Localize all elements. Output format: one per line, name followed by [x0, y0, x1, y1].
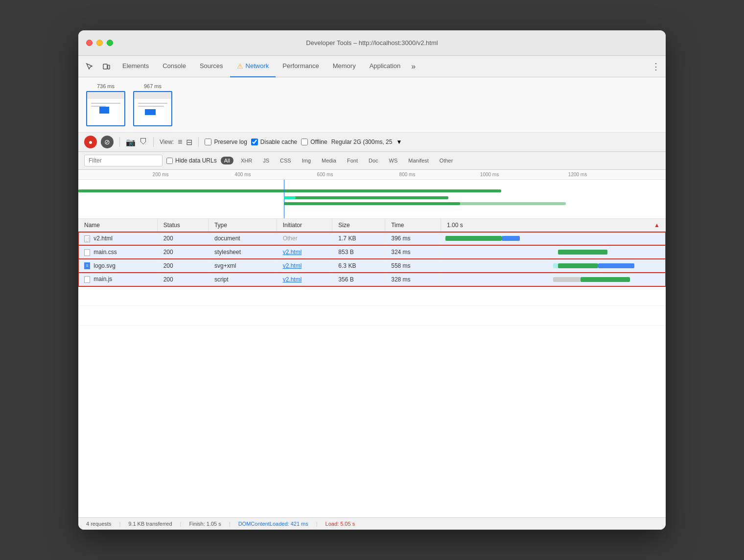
cell-status: 200	[157, 245, 208, 259]
tab-application[interactable]: Application	[363, 56, 408, 77]
cell-status: 200	[157, 232, 208, 246]
col-size[interactable]: Size	[332, 219, 385, 232]
devtools-menu-button[interactable]: ⋮	[650, 61, 662, 72]
offline-toggle[interactable]: Offline	[301, 139, 327, 145]
filter-all-button[interactable]: All	[221, 157, 233, 164]
record-button[interactable]: ●	[84, 136, 97, 148]
tab-memory[interactable]: Memory	[326, 56, 363, 77]
timeline-bars	[78, 180, 666, 219]
maximize-button[interactable]	[107, 40, 113, 46]
filter-other-button[interactable]: Other	[436, 157, 457, 164]
filter-input[interactable]	[84, 155, 163, 166]
col-type[interactable]: Type	[208, 219, 277, 232]
tab-sources[interactable]: Sources	[193, 56, 230, 77]
timeline-bar-resource-1b	[284, 196, 296, 199]
table-row[interactable]: S logo.svg 200 svg+xml v2.html 6.3 KB 55…	[78, 259, 666, 273]
device-toolbar-button[interactable]	[99, 59, 114, 74]
filter-manifest-button[interactable]: Manifest	[405, 157, 432, 164]
tab-console[interactable]: Console	[156, 56, 193, 77]
col-waterfall[interactable]: 1.00 s ▲	[441, 219, 666, 232]
screenshot-item-1[interactable]: 736 ms	[86, 83, 125, 126]
file-svg-icon: S	[84, 262, 90, 269]
clear-button[interactable]: ⊘	[101, 136, 114, 148]
ruler-tick-400: 400 ms	[235, 172, 251, 177]
ruler-tick-600: 600 ms	[317, 172, 333, 177]
col-name[interactable]: Name	[78, 219, 157, 232]
inspect-element-button[interactable]	[82, 59, 97, 74]
cell-type: document	[208, 232, 277, 246]
cell-time: 396 ms	[385, 232, 441, 246]
cell-time: 328 ms	[385, 273, 441, 286]
file-css-icon	[84, 249, 90, 256]
status-domcontentloaded[interactable]: DOMContentLoaded: 421 ms	[238, 521, 308, 527]
cell-waterfall	[441, 232, 666, 246]
hide-data-urls-checkbox[interactable]	[166, 158, 173, 164]
warning-icon: ⚠	[237, 62, 243, 70]
cell-name: main.js	[78, 273, 157, 286]
table-row[interactable]: main.css 200 stylesheet v2.html 853 B 32…	[78, 245, 666, 259]
table-row-empty	[78, 286, 666, 306]
view-group-button[interactable]: ⊟	[186, 138, 192, 147]
ruler-tick-1000: 1000 ms	[480, 172, 499, 177]
status-bar: 4 requests | 9.1 KB transferred | Finish…	[78, 517, 666, 530]
filter-css-button[interactable]: CSS	[277, 157, 295, 164]
disable-cache-toggle[interactable]: Disable cache	[251, 139, 297, 145]
filter-media-button[interactable]: Media	[318, 157, 340, 164]
screenshot-item-2[interactable]: 967 ms	[133, 83, 172, 126]
toolbar-separator-2	[153, 137, 154, 147]
toolbar-separator-3	[198, 137, 199, 147]
cell-waterfall	[441, 259, 666, 273]
wf-bar-green	[558, 250, 607, 255]
preserve-log-toggle[interactable]: Preserve log	[205, 139, 247, 145]
offline-checkbox[interactable]	[301, 139, 308, 145]
throttle-arrow[interactable]: ▼	[396, 139, 402, 145]
filter-button[interactable]: ⛉	[140, 138, 147, 146]
camera-button[interactable]: 📷	[126, 138, 136, 147]
requests-table: Name Status Type Initiator Size Time 1.0…	[78, 219, 666, 326]
cell-size: 356 B	[332, 273, 385, 286]
sort-arrow-icon: ▲	[654, 222, 660, 229]
more-tabs-button[interactable]: »	[407, 62, 419, 71]
timeline-ruler: 200 ms 400 ms 600 ms 800 ms 1000 ms 1200…	[78, 170, 666, 180]
preserve-log-checkbox[interactable]	[205, 139, 211, 145]
cell-waterfall	[441, 273, 666, 286]
cell-size: 853 B	[332, 245, 385, 259]
col-initiator[interactable]: Initiator	[277, 219, 332, 232]
screenshot-thumb-1[interactable]	[86, 91, 125, 126]
hide-data-urls-toggle[interactable]: Hide data URLs	[166, 157, 217, 164]
filter-js-button[interactable]: JS	[259, 157, 273, 164]
tab-network[interactable]: ⚠ Network	[230, 56, 276, 77]
table-row[interactable]: main.js 200 script v2.html 356 B 328 ms	[78, 273, 666, 286]
timeline-area: 200 ms 400 ms 600 ms 800 ms 1000 ms 1200…	[78, 170, 666, 219]
table-row[interactable]: 📄 v2.html 200 document Other 1.7 KB 396 …	[78, 232, 666, 246]
wf-bar-green	[581, 277, 630, 282]
wf-bar-green	[445, 236, 502, 241]
screenshot-thumb-2[interactable]	[133, 91, 172, 126]
devtools-window: Developer Tools – http://localhost:3000/…	[78, 30, 666, 530]
cell-name: 📄 v2.html	[78, 232, 157, 246]
filter-font-button[interactable]: Font	[344, 157, 361, 164]
timeline-bar-resource-1	[284, 196, 448, 199]
filter-ws-button[interactable]: WS	[386, 157, 401, 164]
cell-type: script	[208, 273, 277, 286]
minimize-button[interactable]	[96, 40, 103, 46]
throttle-select[interactable]: Regular 2G (300ms, 25	[331, 139, 393, 145]
cell-name: main.css	[78, 245, 157, 259]
table-row-empty	[78, 306, 666, 326]
filter-xhr-button[interactable]: XHR	[237, 157, 256, 164]
tab-performance[interactable]: Performance	[276, 56, 326, 77]
timeline-bar-resource-2b	[284, 202, 566, 205]
tabs-bar: Elements Console Sources ⚠ Network Perfo…	[78, 56, 666, 77]
filter-doc-button[interactable]: Doc	[365, 157, 382, 164]
close-button[interactable]	[86, 40, 93, 46]
col-status[interactable]: Status	[157, 219, 208, 232]
status-transferred: 9.1 KB transferred	[128, 521, 172, 527]
title-bar: Developer Tools – http://localhost:3000/…	[78, 30, 666, 56]
svg-rect-1	[108, 65, 110, 69]
view-list-button[interactable]: ≡	[178, 138, 182, 146]
filter-img-button[interactable]: Img	[299, 157, 314, 164]
col-time[interactable]: Time	[385, 219, 441, 232]
tab-elements[interactable]: Elements	[116, 56, 156, 77]
disable-cache-checkbox[interactable]	[251, 139, 258, 145]
wf-bar-blue	[598, 263, 634, 268]
